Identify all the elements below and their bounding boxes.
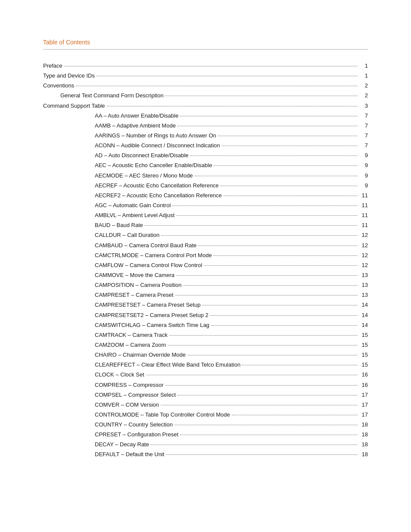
- toc-entry: AEC – Acoustic Echo Canceller Enable/Dis…: [43, 161, 368, 170]
- toc-entry: CAMCTRLMODE – Camera Control Port Mode 1…: [43, 251, 368, 260]
- toc-entry: ACONN – Audible Connect / Disconnect Ind…: [43, 141, 368, 150]
- entry-dots: [198, 246, 358, 246]
- entry-label: CAMSWITCHLAG – Camera Switch Time Lag: [43, 321, 209, 330]
- entry-label: General Text Command Form Description: [43, 91, 164, 100]
- entry-page: 18: [359, 450, 368, 459]
- entry-label: DECAY – Decay Rate: [43, 440, 149, 449]
- toc-entry: DEFAULT – Default the Unit 18: [43, 450, 368, 459]
- entry-label: Conventions: [43, 81, 74, 90]
- entry-label: CHAIRO – Chairman Override Mode: [43, 351, 186, 359]
- entry-page: 1: [359, 62, 368, 70]
- entry-label: CAMTRACK – Camera Track: [43, 331, 168, 339]
- entry-page: 14: [359, 311, 368, 320]
- entry-page: 3: [359, 102, 368, 110]
- entry-label: CAMMOVE – Move the Camera: [43, 271, 174, 280]
- entry-page: 15: [359, 331, 368, 339]
- entry-dots: [184, 285, 358, 286]
- entry-label: DEFAULT – Default the Unit: [43, 450, 164, 459]
- entry-label: AGC – Automatic Gain Control: [43, 201, 171, 210]
- entry-page: 12: [359, 251, 368, 260]
- entry-page: 13: [359, 291, 368, 299]
- entry-dots: [161, 405, 358, 405]
- entry-page: 7: [359, 112, 368, 120]
- entry-dots: [222, 146, 358, 146]
- entry-label: COMVER – COM Version: [43, 401, 159, 409]
- toc-entry: COUNTRY – Country Selection 18: [43, 420, 368, 429]
- entry-page: 11: [359, 221, 368, 230]
- toc-entry: AA – Auto Answer Enable/Disable 7: [43, 112, 368, 120]
- entry-dots: [211, 325, 358, 326]
- toc-entry: CHAIRO – Chairman Override Mode 15: [43, 351, 368, 359]
- entry-dots: [214, 165, 358, 166]
- toc-entry: COMVER – COM Version 17: [43, 401, 368, 409]
- toc-entry: AMBLVL – Ambient Level Adjust 11: [43, 211, 368, 220]
- entry-page: 16: [359, 381, 368, 389]
- entry-page: 17: [359, 401, 368, 409]
- entry-label: AARINGS – Number of Rings to Auto Answer…: [43, 131, 216, 140]
- entry-dots: [224, 196, 358, 196]
- entry-label: Type and Device IDs: [43, 72, 95, 80]
- entry-dots: [190, 156, 358, 156]
- entry-label: Command Support Table: [43, 102, 105, 110]
- entry-page: 11: [359, 201, 368, 210]
- entry-dots: [218, 136, 358, 136]
- entry-page: 9: [359, 171, 368, 180]
- entry-page: 14: [359, 301, 368, 309]
- toc-entry: AGC – Automatic Gain Control 11: [43, 201, 368, 210]
- toc-title: Table of Contents: [43, 39, 368, 46]
- entry-page: 12: [359, 241, 368, 250]
- toc-entry: AECREF2 – Acoustic Echo Cancellation Ref…: [43, 191, 368, 200]
- entry-dots: [180, 435, 358, 435]
- entry-page: 7: [359, 121, 368, 130]
- entry-label: CLEAREFFECT – Clear Effect Wide Band Tel…: [43, 361, 240, 369]
- entry-dots: [166, 454, 358, 455]
- entry-page: 9: [359, 151, 368, 160]
- entry-label: CAMPRESETSET2 – Camera Preset Setup 2: [43, 311, 209, 320]
- toc-entry: AAMB – Adaptive Ambient Mode 7: [43, 121, 368, 130]
- toc-entry: AARINGS – Number of Rings to Auto Answer…: [43, 131, 368, 140]
- entry-dots: [180, 116, 358, 116]
- entry-dots: [177, 395, 358, 395]
- entry-dots: [232, 415, 358, 415]
- entry-dots: [151, 445, 358, 445]
- entry-page: 11: [359, 191, 368, 200]
- entry-page: 12: [359, 261, 368, 270]
- toc-entry: CAMTRACK – Camera Track 15: [43, 331, 368, 339]
- entry-page: 18: [359, 440, 368, 449]
- entry-dots: [172, 205, 358, 206]
- toc-entry: CONTROLMODE – Table Top Controller Contr…: [43, 411, 368, 419]
- entry-label: BAUD – Baud Rate: [43, 221, 143, 230]
- toc-entry: Preface 1: [43, 62, 368, 70]
- entry-label: CAMPRESETSET – Camera Preset Setup: [43, 301, 200, 309]
- entry-page: 13: [359, 281, 368, 289]
- toc-entry: CAMMOVE – Move the Camera 13: [43, 271, 368, 280]
- entry-label: Preface: [43, 62, 62, 70]
- entry-page: 2: [359, 81, 368, 90]
- entry-label: CAMBAUD – Camera Control Baud Rate: [43, 241, 196, 250]
- toc-entry: CAMPRESET – Camera Preset 13: [43, 291, 368, 299]
- entry-label: CAMCTRLMODE – Camera Control Port Mode: [43, 251, 212, 260]
- toc-entry: CAMPRESETSET2 – Camera Preset Setup 2 14: [43, 311, 368, 320]
- entry-label: AECREF2 – Acoustic Echo Cancellation Ref…: [43, 191, 222, 200]
- entry-page: 15: [359, 341, 368, 349]
- entry-label: COMPSEL – Compressor Select: [43, 391, 176, 399]
- toc-entry: BAUD – Baud Rate 11: [43, 221, 368, 230]
- entry-dots: [76, 86, 358, 86]
- toc-entry: COMPRESS – Compressor 16: [43, 381, 368, 389]
- entry-dots: [242, 365, 358, 365]
- toc-entry: Conventions 2: [43, 81, 368, 90]
- entry-dots: [97, 76, 358, 76]
- entry-label: AECREF – Acoustic Echo Cancellation Refe…: [43, 181, 219, 190]
- entry-dots: [146, 375, 358, 375]
- entry-label: CLOCK – Clock Set: [43, 370, 144, 379]
- entry-dots: [176, 275, 358, 276]
- divider: [43, 49, 368, 50]
- entry-dots: [165, 385, 358, 386]
- entry-page: 15: [359, 351, 368, 359]
- entry-dots: [175, 295, 358, 296]
- entry-dots: [64, 66, 358, 66]
- entry-dots: [161, 235, 358, 236]
- toc-entry: CAMSWITCHLAG – Camera Switch Time Lag 14: [43, 321, 368, 330]
- entry-page: 18: [359, 430, 368, 439]
- entry-page: 14: [359, 321, 368, 330]
